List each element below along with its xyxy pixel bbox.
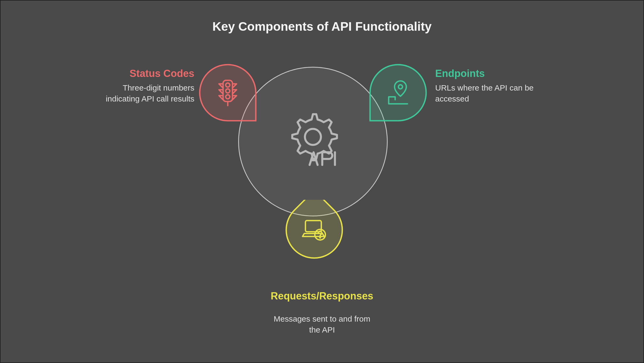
laptop-question-icon [300, 215, 329, 245]
petal-status-codes [198, 63, 258, 123]
requests-responses-heading: Requests/Responses [1, 290, 643, 302]
traffic-light-icon [213, 78, 242, 107]
endpoints-description: URLs where the API can be accessed [435, 83, 537, 104]
svg-point-3 [226, 89, 230, 93]
svg-point-2 [226, 83, 230, 87]
gear-api-icon [280, 108, 346, 175]
status-codes-text: Status Codes Three-digit numbers indicat… [101, 68, 194, 104]
center-hub [238, 67, 388, 216]
requests-responses-description: Messages sent to and from the API [269, 314, 375, 335]
svg-point-0 [305, 129, 321, 145]
diagram-title: Key Components of API Functionality [1, 19, 643, 34]
svg-point-6 [398, 85, 402, 89]
svg-point-9 [320, 237, 321, 238]
status-codes-description: Three-digit numbers indicating API call … [101, 83, 194, 104]
endpoints-heading: Endpoints [435, 68, 537, 79]
requests-responses-text: Requests/Responses Messages sent to and … [1, 290, 643, 335]
location-pin-icon [383, 78, 413, 107]
status-codes-heading: Status Codes [101, 68, 194, 79]
endpoints-text: Endpoints URLs where the API can be acce… [435, 68, 537, 104]
petal-endpoints [368, 63, 428, 123]
diagram-frame: Key Components of API Functionality [0, 0, 644, 363]
svg-point-4 [226, 95, 230, 99]
petal-requests-responses [284, 200, 344, 260]
